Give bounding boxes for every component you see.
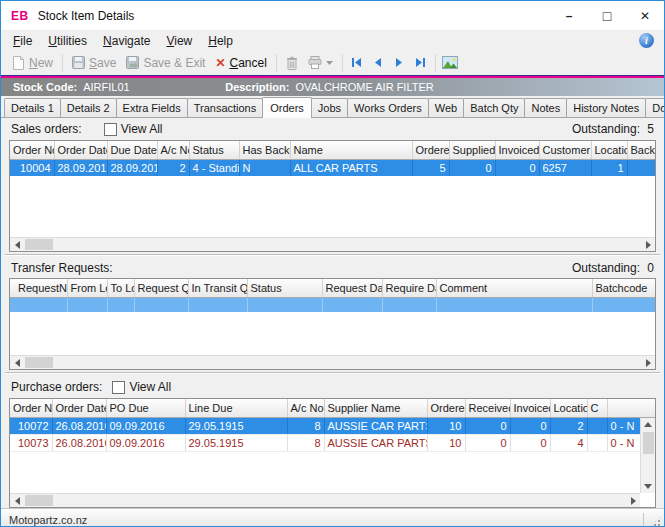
sales-order-row[interactable]: 10004 28.09.2015 28.09.2015 2 4 - Standi… [10, 159, 656, 176]
column-header[interactable]: Supplied [449, 141, 495, 159]
column-header[interactable]: From Loc [67, 279, 107, 297]
cell[interactable]: 4 [550, 434, 587, 451]
previous-record-button[interactable] [368, 53, 389, 73]
cell[interactable]: 26.08.2016 [52, 417, 106, 434]
column-header[interactable]: To Loc [107, 279, 134, 297]
column-header[interactable]: Due Date [107, 141, 157, 159]
column-header[interactable]: RequestNo [10, 279, 67, 297]
cell[interactable] [107, 297, 134, 312]
save-exit-button[interactable]: Save & Exit [121, 54, 210, 72]
cell[interactable]: 10 [427, 417, 465, 434]
column-header[interactable] [607, 399, 655, 417]
purchase-horizontal-scrollbar[interactable] [10, 493, 640, 507]
column-header[interactable]: Order No [10, 141, 54, 159]
menu-help[interactable]: Help [200, 33, 241, 49]
menu-view[interactable]: View [158, 33, 200, 49]
scrollbar-thumb[interactable] [25, 239, 53, 250]
cell[interactable]: AUSSIE CAR PARTS [324, 434, 427, 451]
menu-utilities[interactable]: Utilities [40, 33, 95, 49]
next-record-button[interactable] [389, 53, 410, 73]
column-header[interactable]: Batchcode [592, 279, 656, 297]
sales-horizontal-scrollbar[interactable] [10, 237, 655, 251]
menu-file[interactable]: File [5, 33, 40, 49]
cell[interactable]: 29.05.1915 [185, 417, 287, 434]
tab-details-1[interactable]: Details 1 [4, 98, 61, 117]
scroll-right-arrow[interactable] [626, 494, 640, 507]
cell[interactable]: 2 [550, 417, 587, 434]
cell[interactable]: N [239, 159, 290, 176]
column-header[interactable]: Name [290, 141, 412, 159]
print-button[interactable] [303, 54, 338, 71]
cell[interactable] [188, 297, 247, 312]
cell[interactable] [587, 417, 607, 434]
scroll-down-arrow[interactable] [641, 480, 655, 493]
purchase-order-row[interactable]: 10073 26.08.2016 09.09.2016 29.05.1915 8… [10, 434, 655, 451]
resize-grip-icon[interactable] [649, 515, 662, 527]
tab-details-2[interactable]: Details 2 [60, 98, 117, 117]
column-header[interactable]: PO Due [106, 399, 185, 417]
tab-batch-qty[interactable]: Batch Qty [463, 98, 525, 117]
column-header[interactable]: Require Date [382, 279, 436, 297]
maximize-button[interactable] [588, 1, 626, 30]
cell[interactable]: 26.08.2016 [52, 434, 106, 451]
column-header[interactable]: Comment [436, 279, 592, 297]
column-header[interactable]: Location [550, 399, 587, 417]
cell[interactable]: 1 [591, 159, 627, 176]
column-header[interactable]: Ordered [412, 141, 449, 159]
cell[interactable] [592, 297, 656, 312]
save-button[interactable]: Save [67, 54, 121, 72]
cell[interactable]: 2 [157, 159, 189, 176]
column-header[interactable]: Order No [10, 399, 52, 417]
scrollbar-thumb[interactable] [25, 495, 53, 506]
cell[interactable] [382, 297, 436, 312]
cell[interactable]: 8 [287, 434, 324, 451]
cell[interactable]: 0 [465, 434, 510, 451]
scroll-up-arrow[interactable] [641, 418, 655, 431]
column-header[interactable]: Order Date [54, 141, 107, 159]
cell[interactable] [627, 159, 656, 176]
column-header[interactable]: Status [247, 279, 322, 297]
cell[interactable]: 0 [465, 417, 510, 434]
cell[interactable] [322, 297, 382, 312]
column-header[interactable]: BackO [627, 141, 656, 159]
transfer-horizontal-scrollbar[interactable] [10, 355, 655, 369]
info-icon[interactable] [639, 33, 654, 48]
column-header[interactable]: Invoiced [510, 399, 550, 417]
cell[interactable]: 10072 [10, 417, 52, 434]
column-header[interactable]: Has BackOrders [239, 141, 290, 159]
cell[interactable]: 09.09.2016 [106, 417, 185, 434]
column-header[interactable]: Invoiced [495, 141, 539, 159]
tab-web[interactable]: Web [428, 98, 464, 117]
cell[interactable]: 0 [510, 434, 550, 451]
column-header[interactable]: In Transit Qty [188, 279, 247, 297]
cell[interactable]: 6257 [539, 159, 591, 176]
sales-view-all-checkbox[interactable] [104, 123, 117, 136]
column-header[interactable]: C [587, 399, 607, 417]
purchase-view-all-checkbox[interactable] [112, 381, 125, 394]
cell[interactable]: ALL CAR PARTS [290, 159, 412, 176]
scroll-right-arrow[interactable] [641, 238, 655, 251]
menu-navigate[interactable]: Navigate [95, 33, 158, 49]
cell[interactable]: 10 [427, 434, 465, 451]
cell[interactable]: 4 - Standi... [189, 159, 239, 176]
cell[interactable]: 29.05.1915 [185, 434, 287, 451]
cell[interactable]: 28.09.2015 [54, 159, 107, 176]
cancel-button[interactable]: Cancel [210, 54, 271, 72]
column-header[interactable]: Customer O/N [539, 141, 591, 159]
column-header[interactable]: Request Date [322, 279, 382, 297]
cell[interactable]: 5 [412, 159, 449, 176]
tab-documents[interactable]: Documents [645, 98, 665, 117]
column-header[interactable]: Supplier Name [324, 399, 427, 417]
column-header[interactable]: Received [465, 399, 510, 417]
column-header[interactable]: Order Date [52, 399, 106, 417]
image-button[interactable] [440, 53, 461, 73]
cell[interactable] [436, 297, 592, 312]
cell[interactable] [247, 297, 322, 312]
column-header[interactable]: Line Due [185, 399, 287, 417]
cell[interactable]: 28.09.2015 [107, 159, 157, 176]
first-record-button[interactable] [347, 53, 368, 73]
tab-extra-fields[interactable]: Extra Fields [116, 98, 188, 117]
purchase-vertical-scrollbar[interactable] [640, 418, 655, 493]
cell[interactable] [10, 297, 67, 312]
cell[interactable]: 0 [449, 159, 495, 176]
